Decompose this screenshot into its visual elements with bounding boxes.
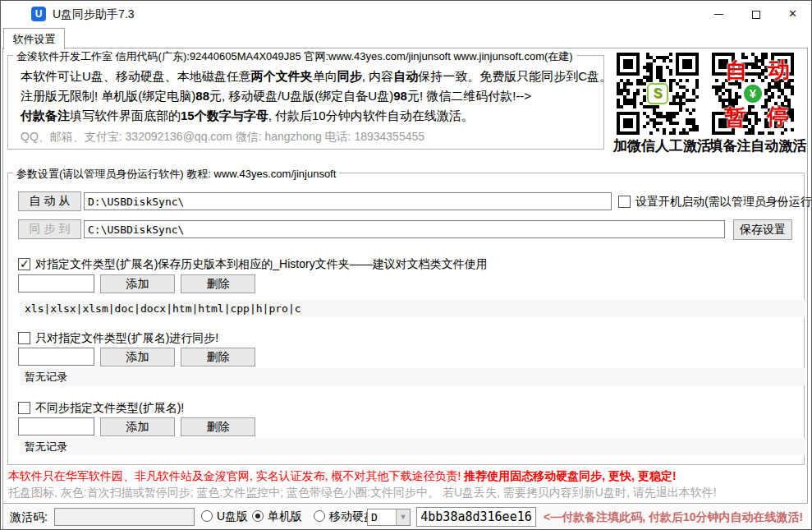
history-checkbox-box[interactable] (18, 258, 30, 270)
qr-block-manual: S 加微信人工激活 (613, 53, 702, 155)
qr-overlay-char: 自 (725, 60, 747, 82)
tray-icon-hint: 托盘图标, 灰色:首次扫描或暂停同步; 蓝色:文件监控中; 蓝色带绿色小圈:文件… (8, 486, 717, 500)
maximize-button[interactable] (737, 1, 774, 27)
history-ext-input[interactable] (18, 274, 94, 293)
app-window: U U盘同步助手7.3 ✕ 软件设置 金浚软件开发工作室 信用代码(广东):92… (0, 0, 812, 530)
qr-label-auto: 填备注自动激活 (707, 136, 809, 155)
wechat-s-logo-icon: S (647, 83, 668, 104)
exclude-list: 暂无记录 (20, 438, 805, 455)
maximize-icon (752, 11, 760, 19)
radio-usb-label: U盘版 (217, 509, 248, 523)
target-path-input[interactable] (84, 220, 725, 238)
exclude-label: 不同步指定文件类型(扩展名)! (35, 401, 184, 414)
autostart-label: 设置开机启动(需以管理员身份运行) (635, 195, 812, 208)
vendor-info-groupbox: 金浚软件开发工作室 信用代码(广东):92440605MA4X049J85 官网… (7, 55, 604, 150)
qr-overlay-char: 动 (768, 59, 790, 81)
close-icon: ✕ (788, 7, 797, 20)
only-sync-checkbox-box[interactable] (18, 332, 30, 344)
info-line-3: 付款备注填写软件界面底部的15个数字与字母, 付款后10分钟内软件自动在线激活。 (21, 108, 474, 124)
auto-from-button[interactable]: 自 动 从 (18, 191, 81, 211)
history-label: 对指定文件类型(扩展名)保存历史版本到相应的_History文件夹——建议对文档… (35, 257, 488, 270)
exclude-checkbox[interactable]: 不同步指定文件类型(扩展名)! (18, 401, 184, 416)
only-sync-label: 只对指定文件类型(扩展名)进行同步! (35, 331, 218, 344)
exclude-add-button[interactable]: 添加 (100, 417, 175, 436)
close-button[interactable]: ✕ (774, 1, 811, 27)
history-add-button[interactable]: 添加 (100, 274, 175, 293)
params-groupbox: 参数设置(请以管理员身份运行软件) 教程: www.43yes.com/jinj… (7, 173, 805, 465)
vendor-info-title: 金浚软件开发工作室 信用代码(广东):92440605MA4X049J85 官网… (13, 49, 576, 64)
exclude-delete-button[interactable]: 删除 (181, 417, 255, 436)
contact-line: QQ、邮箱、支付宝: 332092136@qq.com 微信: hangzhon… (21, 130, 424, 145)
window-title: U盘同步助手7.3 (53, 7, 135, 22)
autostart-checkbox[interactable]: 设置开机启动(需以管理员身份运行) (618, 195, 812, 210)
only-sync-delete-button[interactable]: 删除 (181, 348, 255, 366)
only-sync-list: 暂无记录 (20, 368, 805, 385)
radio-dot (314, 510, 325, 522)
tab-software-settings[interactable]: 软件设置 (3, 28, 65, 49)
only-sync-ext-input[interactable] (18, 348, 94, 366)
radio-single-pc-label: 单机版 (268, 509, 302, 523)
info-line-1: 本软件可让U盘、移动硬盘、本地磁盘任意两个文件夹单向同步, 内容自动保持一致。免… (21, 69, 612, 85)
radio-usb-edition[interactable]: U盘版 (201, 509, 248, 524)
minimize-button[interactable] (700, 1, 737, 27)
official-source-notice: 本软件只在华军软件园、非凡软件站及金浚官网, 实名认证发布, 概不对其他下载途径… (8, 469, 677, 484)
drive-combobox-value: D (371, 511, 378, 523)
machine-code-box[interactable]: 4bb38a8d316ee16 (416, 507, 536, 527)
chevron-down-icon[interactable]: ▼ (396, 509, 410, 525)
radio-dot (252, 510, 264, 522)
params-title: 参数设置(请以管理员身份运行软件) 教程: www.43yes.com/jinj… (13, 167, 339, 182)
autostart-checkbox-box[interactable] (618, 196, 631, 208)
source-path-input[interactable] (84, 192, 612, 210)
only-sync-add-button[interactable]: 添加 (100, 348, 175, 366)
payment-note-hint: <—付款备注填此码, 付款后10分钟内自动在线激活! (544, 510, 803, 525)
radio-dot (201, 510, 213, 522)
history-delete-button[interactable]: 删除 (181, 274, 255, 293)
qr-block-auto: ¥ 自 动 暂 停 填备注自动激活 (707, 53, 809, 155)
sync-to-button[interactable]: 同 步 到 (18, 219, 81, 239)
only-sync-checkbox[interactable]: 只对指定文件类型(扩展名)进行同步! (18, 331, 218, 346)
history-checkbox[interactable]: 对指定文件类型(扩展名)保存历史版本到相应的_History文件夹——建议对文档… (18, 257, 488, 272)
radio-single-pc-edition[interactable]: 单机版 (252, 509, 302, 524)
app-icon: U (31, 7, 46, 21)
exclude-checkbox-box[interactable] (18, 402, 30, 414)
qr-label-manual: 加微信人工激活 (613, 136, 702, 155)
title-bar: U U盘同步助手7.3 ✕ (1, 1, 811, 27)
activation-code-label: 激活码: (10, 510, 48, 525)
history-ext-list: xls|xlsx|xlsm|doc|docx|htm|html|cpp|h|pr… (20, 300, 805, 317)
save-settings-button[interactable]: 保存设置 (733, 219, 792, 240)
exclude-ext-input[interactable] (18, 417, 94, 436)
payment-yuan-icon: ¥ (742, 83, 764, 104)
info-line-2: 注册版无限制! 单机版(绑定电脑)88元, 移动硬盘/U盘版(绑定自备U盘)98… (21, 89, 531, 104)
qr-overlay-char: 暂 (724, 107, 746, 129)
drive-combobox[interactable]: D ▼ (367, 509, 411, 526)
minimize-icon (714, 14, 723, 15)
activation-code-input[interactable] (54, 508, 195, 526)
activation-bar: 激活码: U盘版 单机版 移动硬盘版 D ▼ 4bb38a8d316ee16 <… (3, 503, 808, 530)
qr-overlay-char: 停 (767, 106, 789, 128)
